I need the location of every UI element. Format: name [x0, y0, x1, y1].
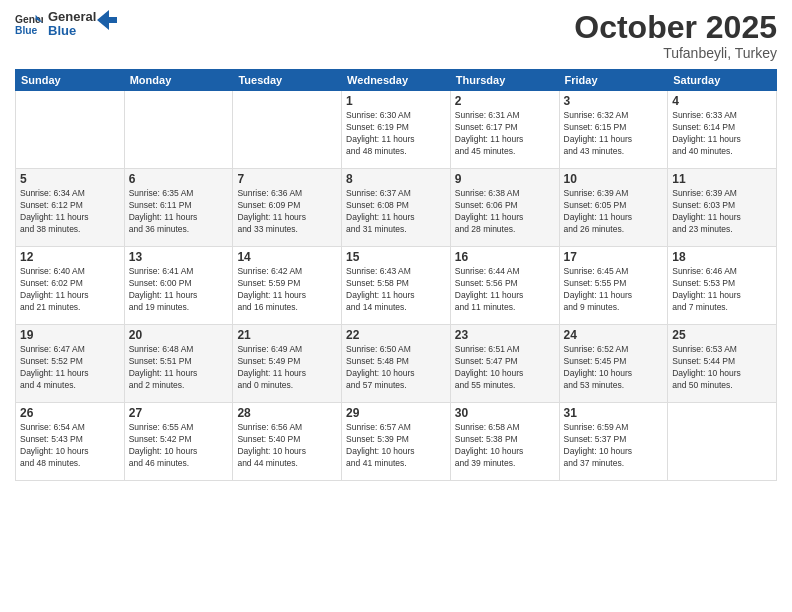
day-number: 13 [129, 250, 229, 264]
header: General Blue General Blue October 2025 T… [15, 10, 777, 61]
day-number: 1 [346, 94, 446, 108]
calendar-header-wednesday: Wednesday [342, 70, 451, 91]
day-number: 26 [20, 406, 120, 420]
logo-arrow-icon [97, 10, 117, 30]
calendar-cell: 29Sunrise: 6:57 AM Sunset: 5:39 PM Dayli… [342, 403, 451, 481]
calendar-cell: 3Sunrise: 6:32 AM Sunset: 6:15 PM Daylig… [559, 91, 668, 169]
day-info: Sunrise: 6:32 AM Sunset: 6:15 PM Dayligh… [564, 110, 664, 158]
calendar-cell [16, 91, 125, 169]
day-info: Sunrise: 6:44 AM Sunset: 5:56 PM Dayligh… [455, 266, 555, 314]
day-info: Sunrise: 6:50 AM Sunset: 5:48 PM Dayligh… [346, 344, 446, 392]
day-number: 12 [20, 250, 120, 264]
calendar-header-monday: Monday [124, 70, 233, 91]
calendar-cell: 19Sunrise: 6:47 AM Sunset: 5:52 PM Dayli… [16, 325, 125, 403]
calendar-week-row: 1Sunrise: 6:30 AM Sunset: 6:19 PM Daylig… [16, 91, 777, 169]
day-number: 25 [672, 328, 772, 342]
day-info: Sunrise: 6:48 AM Sunset: 5:51 PM Dayligh… [129, 344, 229, 392]
calendar-cell: 22Sunrise: 6:50 AM Sunset: 5:48 PM Dayli… [342, 325, 451, 403]
calendar-cell: 25Sunrise: 6:53 AM Sunset: 5:44 PM Dayli… [668, 325, 777, 403]
day-info: Sunrise: 6:35 AM Sunset: 6:11 PM Dayligh… [129, 188, 229, 236]
calendar-cell: 6Sunrise: 6:35 AM Sunset: 6:11 PM Daylig… [124, 169, 233, 247]
day-info: Sunrise: 6:55 AM Sunset: 5:42 PM Dayligh… [129, 422, 229, 470]
calendar-cell: 24Sunrise: 6:52 AM Sunset: 5:45 PM Dayli… [559, 325, 668, 403]
svg-marker-3 [97, 10, 117, 30]
logo-general: General [48, 10, 96, 24]
day-number: 10 [564, 172, 664, 186]
calendar-cell: 17Sunrise: 6:45 AM Sunset: 5:55 PM Dayli… [559, 247, 668, 325]
day-number: 8 [346, 172, 446, 186]
calendar-cell: 5Sunrise: 6:34 AM Sunset: 6:12 PM Daylig… [16, 169, 125, 247]
calendar-week-row: 12Sunrise: 6:40 AM Sunset: 6:02 PM Dayli… [16, 247, 777, 325]
day-number: 11 [672, 172, 772, 186]
calendar-cell: 4Sunrise: 6:33 AM Sunset: 6:14 PM Daylig… [668, 91, 777, 169]
day-number: 29 [346, 406, 446, 420]
day-info: Sunrise: 6:49 AM Sunset: 5:49 PM Dayligh… [237, 344, 337, 392]
day-number: 23 [455, 328, 555, 342]
calendar-cell: 27Sunrise: 6:55 AM Sunset: 5:42 PM Dayli… [124, 403, 233, 481]
calendar-header-saturday: Saturday [668, 70, 777, 91]
calendar-cell: 21Sunrise: 6:49 AM Sunset: 5:49 PM Dayli… [233, 325, 342, 403]
day-number: 24 [564, 328, 664, 342]
calendar-cell: 26Sunrise: 6:54 AM Sunset: 5:43 PM Dayli… [16, 403, 125, 481]
calendar-week-row: 26Sunrise: 6:54 AM Sunset: 5:43 PM Dayli… [16, 403, 777, 481]
calendar-cell: 1Sunrise: 6:30 AM Sunset: 6:19 PM Daylig… [342, 91, 451, 169]
day-info: Sunrise: 6:33 AM Sunset: 6:14 PM Dayligh… [672, 110, 772, 158]
day-info: Sunrise: 6:31 AM Sunset: 6:17 PM Dayligh… [455, 110, 555, 158]
calendar-header-row: SundayMondayTuesdayWednesdayThursdayFrid… [16, 70, 777, 91]
day-number: 18 [672, 250, 772, 264]
day-info: Sunrise: 6:59 AM Sunset: 5:37 PM Dayligh… [564, 422, 664, 470]
calendar-cell [233, 91, 342, 169]
day-number: 28 [237, 406, 337, 420]
calendar-cell: 7Sunrise: 6:36 AM Sunset: 6:09 PM Daylig… [233, 169, 342, 247]
calendar-cell: 8Sunrise: 6:37 AM Sunset: 6:08 PM Daylig… [342, 169, 451, 247]
day-info: Sunrise: 6:36 AM Sunset: 6:09 PM Dayligh… [237, 188, 337, 236]
calendar-cell: 11Sunrise: 6:39 AM Sunset: 6:03 PM Dayli… [668, 169, 777, 247]
calendar-cell: 14Sunrise: 6:42 AM Sunset: 5:59 PM Dayli… [233, 247, 342, 325]
day-number: 17 [564, 250, 664, 264]
day-number: 3 [564, 94, 664, 108]
day-number: 2 [455, 94, 555, 108]
day-number: 27 [129, 406, 229, 420]
calendar-week-row: 19Sunrise: 6:47 AM Sunset: 5:52 PM Dayli… [16, 325, 777, 403]
logo: General Blue General Blue [15, 10, 117, 39]
day-info: Sunrise: 6:42 AM Sunset: 5:59 PM Dayligh… [237, 266, 337, 314]
svg-text:Blue: Blue [15, 26, 38, 37]
day-number: 21 [237, 328, 337, 342]
calendar-cell: 30Sunrise: 6:58 AM Sunset: 5:38 PM Dayli… [450, 403, 559, 481]
page: General Blue General Blue October 2025 T… [0, 0, 792, 612]
calendar-cell: 10Sunrise: 6:39 AM Sunset: 6:05 PM Dayli… [559, 169, 668, 247]
calendar-cell: 23Sunrise: 6:51 AM Sunset: 5:47 PM Dayli… [450, 325, 559, 403]
day-number: 6 [129, 172, 229, 186]
day-number: 15 [346, 250, 446, 264]
day-number: 16 [455, 250, 555, 264]
day-number: 31 [564, 406, 664, 420]
day-number: 5 [20, 172, 120, 186]
calendar-table: SundayMondayTuesdayWednesdayThursdayFrid… [15, 69, 777, 481]
day-info: Sunrise: 6:53 AM Sunset: 5:44 PM Dayligh… [672, 344, 772, 392]
day-info: Sunrise: 6:46 AM Sunset: 5:53 PM Dayligh… [672, 266, 772, 314]
calendar-cell [124, 91, 233, 169]
calendar-header-sunday: Sunday [16, 70, 125, 91]
day-info: Sunrise: 6:58 AM Sunset: 5:38 PM Dayligh… [455, 422, 555, 470]
calendar-cell: 9Sunrise: 6:38 AM Sunset: 6:06 PM Daylig… [450, 169, 559, 247]
calendar-cell: 28Sunrise: 6:56 AM Sunset: 5:40 PM Dayli… [233, 403, 342, 481]
calendar-cell: 31Sunrise: 6:59 AM Sunset: 5:37 PM Dayli… [559, 403, 668, 481]
day-info: Sunrise: 6:56 AM Sunset: 5:40 PM Dayligh… [237, 422, 337, 470]
logo-blue: Blue [48, 24, 96, 38]
day-info: Sunrise: 6:39 AM Sunset: 6:03 PM Dayligh… [672, 188, 772, 236]
location-subtitle: Tufanbeyli, Turkey [574, 45, 777, 61]
day-info: Sunrise: 6:39 AM Sunset: 6:05 PM Dayligh… [564, 188, 664, 236]
day-number: 4 [672, 94, 772, 108]
day-info: Sunrise: 6:41 AM Sunset: 6:00 PM Dayligh… [129, 266, 229, 314]
calendar-cell: 15Sunrise: 6:43 AM Sunset: 5:58 PM Dayli… [342, 247, 451, 325]
day-info: Sunrise: 6:40 AM Sunset: 6:02 PM Dayligh… [20, 266, 120, 314]
day-info: Sunrise: 6:47 AM Sunset: 5:52 PM Dayligh… [20, 344, 120, 392]
day-info: Sunrise: 6:57 AM Sunset: 5:39 PM Dayligh… [346, 422, 446, 470]
day-info: Sunrise: 6:34 AM Sunset: 6:12 PM Dayligh… [20, 188, 120, 236]
calendar-cell: 2Sunrise: 6:31 AM Sunset: 6:17 PM Daylig… [450, 91, 559, 169]
title-block: October 2025 Tufanbeyli, Turkey [574, 10, 777, 61]
day-number: 7 [237, 172, 337, 186]
day-number: 20 [129, 328, 229, 342]
calendar-cell: 13Sunrise: 6:41 AM Sunset: 6:00 PM Dayli… [124, 247, 233, 325]
calendar-cell: 16Sunrise: 6:44 AM Sunset: 5:56 PM Dayli… [450, 247, 559, 325]
